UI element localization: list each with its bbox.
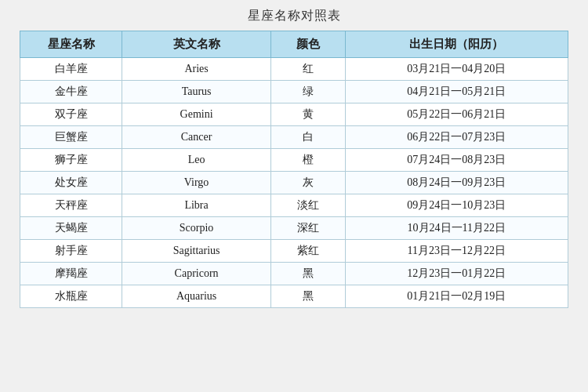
cell-date-9: 12月23日一01月22日: [345, 263, 568, 285]
cell-color-6: 淡红: [270, 194, 345, 217]
header-date: 出生日期（阳历）: [345, 31, 568, 58]
cell-english-0: Aries: [122, 58, 271, 81]
cell-chinese-2: 双子座: [20, 103, 122, 126]
cell-english-7: Scorpio: [122, 217, 271, 240]
table-row: 白羊座Aries红03月21日一04月20日: [20, 58, 568, 81]
cell-date-5: 08月24日一09月23日: [345, 172, 568, 194]
cell-chinese-0: 白羊座: [20, 58, 122, 81]
cell-english-2: Gemini: [122, 103, 271, 126]
table-row: 水瓶座Aquarius黑01月21日一02月19日: [20, 285, 568, 308]
table-header-row: 星座名称 英文名称 颜色 出生日期（阳历）: [20, 31, 568, 58]
cell-date-6: 09月24日一10月23日: [345, 194, 568, 217]
cell-date-0: 03月21日一04月20日: [345, 58, 568, 81]
cell-english-4: Leo: [122, 149, 271, 172]
cell-color-1: 绿: [270, 81, 345, 103]
cell-date-8: 11月23日一12月22日: [345, 240, 568, 263]
cell-chinese-9: 摩羯座: [20, 263, 122, 285]
header-chinese: 星座名称: [20, 31, 122, 58]
header-english: 英文名称: [122, 31, 271, 58]
cell-color-0: 红: [270, 58, 345, 81]
cell-color-8: 紫红: [270, 240, 345, 263]
cell-color-5: 灰: [270, 172, 345, 194]
cell-date-4: 07月24日一08月23日: [345, 149, 568, 172]
cell-chinese-7: 天蝎座: [20, 217, 122, 240]
cell-color-3: 白: [270, 126, 345, 149]
table-row: 金牛座Taurus绿04月21日一05月21日: [20, 81, 568, 103]
zodiac-table: 星座名称 英文名称 颜色 出生日期（阳历） 白羊座Aries红03月21日一04…: [20, 31, 568, 308]
cell-color-10: 黑: [270, 285, 345, 308]
table-row: 狮子座Leo橙07月24日一08月23日: [20, 149, 568, 172]
cell-english-6: Libra: [122, 194, 271, 217]
cell-chinese-5: 处女座: [20, 172, 122, 194]
page-title: 星座名称对照表: [248, 8, 341, 24]
cell-chinese-1: 金牛座: [20, 81, 122, 103]
table-row: 处女座Virgo灰08月24日一09月23日: [20, 172, 568, 194]
cell-english-8: Sagittarius: [122, 240, 271, 263]
cell-color-9: 黑: [270, 263, 345, 285]
cell-english-5: Virgo: [122, 172, 271, 194]
cell-date-3: 06月22日一07月23日: [345, 126, 568, 149]
cell-english-1: Taurus: [122, 81, 271, 103]
cell-date-7: 10月24日一11月22日: [345, 217, 568, 240]
table-row: 巨蟹座Cancer白06月22日一07月23日: [20, 126, 568, 149]
cell-color-7: 深红: [270, 217, 345, 240]
cell-date-1: 04月21日一05月21日: [345, 81, 568, 103]
cell-english-3: Cancer: [122, 126, 271, 149]
cell-color-2: 黄: [270, 103, 345, 126]
cell-date-10: 01月21日一02月19日: [345, 285, 568, 308]
header-color: 颜色: [270, 31, 345, 58]
cell-chinese-3: 巨蟹座: [20, 126, 122, 149]
table-row: 摩羯座Capricorn黑12月23日一01月22日: [20, 263, 568, 285]
cell-chinese-8: 射手座: [20, 240, 122, 263]
cell-chinese-10: 水瓶座: [20, 285, 122, 308]
cell-chinese-6: 天秤座: [20, 194, 122, 217]
cell-chinese-4: 狮子座: [20, 149, 122, 172]
table-row: 双子座Gemini黄05月22日一06月21日: [20, 103, 568, 126]
table-row: 天秤座Libra淡红09月24日一10月23日: [20, 194, 568, 217]
cell-color-4: 橙: [270, 149, 345, 172]
cell-english-9: Capricorn: [122, 263, 271, 285]
cell-english-10: Aquarius: [122, 285, 271, 308]
table-row: 天蝎座Scorpio深红10月24日一11月22日: [20, 217, 568, 240]
cell-date-2: 05月22日一06月21日: [345, 103, 568, 126]
table-row: 射手座Sagittarius紫红11月23日一12月22日: [20, 240, 568, 263]
